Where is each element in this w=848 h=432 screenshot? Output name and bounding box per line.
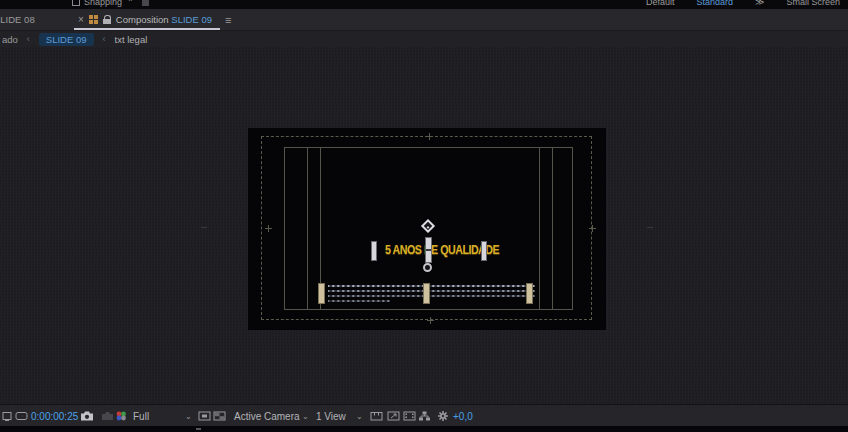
legal-fine-print-line [328,300,390,302]
selection-handle-center[interactable] [425,237,432,263]
tab-label: Composition SLIDE 09 [116,14,212,25]
app-toolbar-strip: Snapping ⌃ Default Standard ≫ Small Scre… [0,0,848,9]
close-icon[interactable]: × [78,14,84,25]
snapping-checkbox[interactable] [72,0,80,6]
lock-icon[interactable] [103,15,111,24]
center-tick-top [426,133,433,140]
center-tick-left [265,225,272,232]
legal-handle-right[interactable] [526,283,533,304]
bottom-panel-strip [0,426,848,432]
snapping-control[interactable]: Snapping ⌃ [72,0,149,9]
composition-icon [89,15,98,24]
mini-flowchart-icon[interactable] [418,410,431,421]
breadcrumb-child[interactable]: txt legal [115,34,148,45]
workspace-small-screen[interactable]: Small Screen [786,0,840,7]
vertical-guide [552,147,553,310]
legal-fine-print-line [328,285,535,287]
3d-view-caret-icon[interactable]: ⌄ [302,411,309,420]
pasteboard-tick [201,227,207,228]
vertical-guide [307,147,308,310]
composition-frame[interactable]: 5 ANOS DE QUALIDADE [248,128,606,330]
selection-handle-right[interactable] [481,241,487,261]
chevron-left-icon: ‹ [103,34,106,44]
anchor-point-icon[interactable] [423,263,432,272]
view-layout-select[interactable]: 1 View [316,410,346,421]
workspace-overflow-icon[interactable]: ≫ [755,0,764,7]
film-icon[interactable] [403,410,416,421]
transparency-grid-icon[interactable] [213,410,226,421]
legal-fine-print-line [328,290,535,292]
pasteboard-tick [647,227,653,228]
chevron-left-icon: ‹ [27,34,30,44]
current-time-field[interactable]: 0:00:00:25 [31,410,78,421]
legal-handle-left[interactable] [318,283,325,304]
composition-viewer[interactable]: 5 ANOS DE QUALIDADE [0,47,848,404]
center-tick-bottom [427,317,434,324]
chevron-up-icon[interactable]: ⌃ [127,0,134,7]
comp-navigator: ado ‹ SLIDE 09 ‹ txt legal [0,30,848,47]
legal-handle-center[interactable] [423,283,430,304]
panel-tab-bar: SLIDE 08 × Composition SLIDE 09 ≡ [0,9,848,30]
snapshot-camera-icon[interactable] [80,410,94,421]
panel-menu-icon[interactable]: ≡ [225,14,231,26]
grid-guides-icon[interactable] [370,410,383,421]
region-of-interest-icon[interactable] [198,410,211,421]
breadcrumb-truncated[interactable]: ado [2,34,18,45]
view-layout-caret-icon[interactable]: ⌄ [356,411,363,420]
timeline-edge-mark [196,428,201,430]
workspace-default[interactable]: Default [646,0,675,7]
main-viewer-icon[interactable] [15,410,28,421]
tab-composition-slide-09[interactable]: × Composition SLIDE 09 ≡ [74,9,235,30]
workspace-bar: Default Standard ≫ Small Screen [624,0,840,9]
viewer-toolbar: 0:00:00:25 Full ⌄ Active Camera [0,404,848,426]
center-tick-right [589,225,596,232]
magnification-select[interactable]: Full [133,410,149,421]
channels-icon[interactable] [115,410,127,421]
3d-view-select[interactable]: Active Camera [234,410,300,421]
workspace-standard[interactable]: Standard [697,0,734,7]
always-preview-icon[interactable] [2,410,13,421]
exposure-field[interactable]: +0,0 [453,410,473,421]
toolbar-extra-icon[interactable] [142,0,149,6]
snapping-label: Snapping [84,0,122,7]
after-effects-window: Snapping ⌃ Default Standard ≫ Small Scre… [0,0,848,432]
tab-slide-08[interactable]: SLIDE 08 [0,9,35,30]
pixel-aspect-icon[interactable] [387,410,400,421]
magnification-caret-icon[interactable]: ⌄ [185,411,192,420]
show-snapshot-icon[interactable] [101,411,114,421]
legal-fine-print-line [328,295,535,297]
fast-previews-gear-icon[interactable] [437,410,449,422]
vertical-guide [539,147,540,310]
breadcrumb-current[interactable]: SLIDE 09 [39,33,94,46]
selection-handle-left[interactable] [371,241,377,261]
